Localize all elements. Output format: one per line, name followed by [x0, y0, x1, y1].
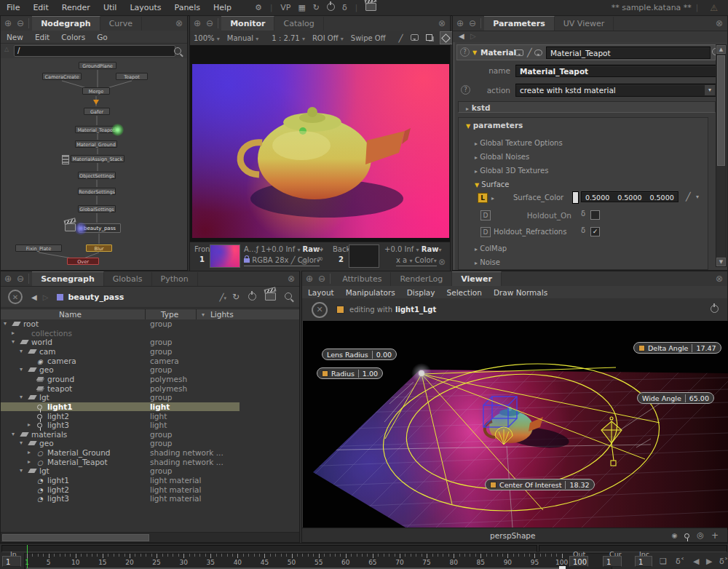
local-badge[interactable]: L: [478, 193, 488, 203]
expander-icon[interactable]: ▸: [12, 329, 15, 338]
vw-menu-manipulators[interactable]: Manipulators: [340, 288, 401, 297]
node-name-input[interactable]: Material_Teapot: [546, 47, 711, 59]
warning-triangle-icon[interactable]: ⚠: [703, 3, 728, 13]
holdout-refractions-checkbox[interactable]: ✓: [590, 227, 600, 236]
monitor-canvas[interactable]: [190, 45, 450, 242]
inc-field[interactable]: 1: [635, 556, 652, 567]
film-icon[interactable]: ▦: [294, 3, 309, 12]
pill-radius[interactable]: Radius1.00: [317, 367, 383, 379]
color-b-value[interactable]: 0.5000: [650, 192, 674, 202]
copy-frame-icon[interactable]: ❏: [660, 557, 667, 566]
pill-center-of-interest[interactable]: Center Of Interest18.32: [485, 479, 595, 490]
scenegraph-row-collections[interactable]: ▸collections: [1, 329, 299, 338]
frame-tick-label[interactable]: 60: [339, 559, 352, 566]
node-Merge[interactable]: Merge: [82, 87, 110, 95]
expander-icon[interactable]: ▾: [20, 347, 23, 357]
scenegraph-row-geo[interactable]: ▾geogroup: [1, 365, 299, 375]
default-badge[interactable]: D: [480, 210, 491, 220]
frame-tick-label[interactable]: 100: [555, 559, 569, 566]
menu-panels[interactable]: Panels: [168, 3, 207, 12]
ng-menu-colors[interactable]: Colors: [55, 33, 91, 41]
color-options-dropdown[interactable]: ▾: [696, 194, 699, 200]
sg-refresh-icon[interactable]: ↻: [226, 292, 245, 302]
back-channels[interactable]: x a ▾ Color▾: [396, 256, 437, 266]
scrollbar-thumb[interactable]: [717, 55, 725, 166]
pane-menu-icon[interactable]: ⊖: [465, 16, 478, 31]
look-through-icon[interactable]: ◎: [697, 530, 704, 540]
row-name[interactable]: light1: [47, 476, 69, 485]
row-name[interactable]: materials: [31, 430, 67, 439]
row-name[interactable]: geo: [39, 365, 54, 375]
scenegraph-row-geo[interactable]: ▾geogroup: [1, 439, 299, 448]
menu-render[interactable]: Render: [55, 3, 97, 12]
holdout-refractions-keyframe-icon[interactable]: δ: [581, 226, 585, 234]
menu-file[interactable]: File: [0, 3, 26, 12]
back-icon[interactable]: ◀: [28, 293, 40, 301]
pill-value[interactable]: 65.00: [685, 394, 709, 402]
node-beauty_pass[interactable]: beauty_pass: [79, 223, 121, 233]
next-key-icon[interactable]: δ˃: [719, 557, 728, 566]
frame-tick-label[interactable]: 15: [96, 559, 109, 566]
nodegraph-canvas[interactable]: GroundPlaneCameraCreateTeapotMergeGaferM…: [1, 58, 187, 270]
node-Gafer[interactable]: Gafer: [84, 108, 110, 115]
scenegraph-row-lgt[interactable]: ▾lgtgroup: [1, 393, 299, 402]
frame-tick-label[interactable]: 25: [150, 559, 163, 566]
expander-icon[interactable]: ▾: [20, 466, 23, 476]
vw-menu-display[interactable]: Display: [401, 288, 441, 297]
surface-color-values[interactable]: 0.5000 0.5000 0.5000: [581, 191, 678, 202]
scenegraph-row-light2[interactable]: light2light: [1, 412, 299, 421]
expander-icon[interactable]: ▾: [20, 439, 23, 448]
roi-dropdown[interactable]: ROI Off ▾: [309, 34, 347, 42]
scenegraph-hscrollbar[interactable]: [1, 532, 299, 542]
frame-tick-label[interactable]: 5: [42, 559, 55, 566]
ng-menu-new[interactable]: New: [1, 33, 29, 41]
expander-icon[interactable]: ▸: [28, 421, 31, 430]
sg-clapper-icon[interactable]: [259, 293, 282, 302]
vw-menu-draw-normals[interactable]: Draw Normals: [488, 288, 553, 297]
frame-tick-label[interactable]: 55: [312, 559, 325, 566]
scenegraph-row-lgt[interactable]: ▾lgtgroup: [1, 466, 299, 476]
node-ObjectSettings[interactable]: ObjectSettings: [78, 172, 116, 179]
column-lights[interactable]: Lights: [210, 310, 234, 319]
frame-tick-label[interactable]: 75: [420, 559, 433, 566]
pane-add-icon[interactable]: ⊕: [1, 16, 13, 31]
ng-menu-go[interactable]: Go: [91, 33, 114, 41]
row-name[interactable]: light2: [47, 485, 69, 495]
expander-icon[interactable]: ▸: [28, 448, 31, 458]
timeline-strip-left[interactable]: [1, 545, 537, 552]
history-forward-icon[interactable]: ▷: [470, 32, 476, 40]
menu-edit[interactable]: Edit: [26, 3, 55, 12]
back-thumbnail[interactable]: [349, 244, 379, 268]
close-icon[interactable]: ⊗: [434, 18, 450, 28]
scenegraph-row-root[interactable]: ▾rootgroup: [1, 319, 299, 329]
clear-working-node-icon[interactable]: ✕: [8, 290, 23, 304]
row-name[interactable]: ground: [47, 375, 74, 384]
power-icon[interactable]: [323, 3, 339, 13]
scenegraph-row-light3[interactable]: light3light material: [1, 494, 299, 504]
out-field[interactable]: 100: [569, 556, 588, 567]
row-name[interactable]: light2: [47, 412, 69, 421]
tab-nodegraph[interactable]: Nodegraph: [32, 16, 100, 31]
expander-icon[interactable]: ▾: [20, 393, 23, 402]
swipe-toggle[interactable]: Swipe Off: [347, 34, 389, 42]
frame-ruler[interactable]: 1510152025303540455055606570758085909510…: [24, 553, 612, 569]
working-node-label[interactable]: beauty_pass: [68, 293, 124, 302]
swap-views-icon[interactable]: ↔: [316, 244, 323, 254]
scroll-down-icon[interactable]: ▼: [716, 258, 726, 266]
scenegraph-row-materials[interactable]: ▾materialsgroup: [1, 430, 299, 439]
frame-tick-label[interactable]: 30: [177, 559, 190, 566]
frame-tick-label[interactable]: 1: [20, 559, 33, 566]
color-picker-pen-icon[interactable]: ╱: [686, 192, 691, 202]
frame-tick-label[interactable]: 90: [501, 559, 514, 566]
pane-add-icon[interactable]: ⊕: [190, 16, 202, 31]
row-name[interactable]: lgt: [39, 466, 50, 476]
tab-uv-viewer[interactable]: UV Viewer: [555, 17, 614, 31]
render-clapper-icon[interactable]: [362, 3, 380, 13]
link-views-icon[interactable]: ∞: [317, 254, 323, 263]
action-dropdown-arrow[interactable]: ▾: [704, 85, 715, 95]
pane-menu-icon[interactable]: ⊖: [13, 271, 25, 286]
sg-power-icon[interactable]: [245, 293, 259, 302]
node-Over[interactable]: Over: [67, 258, 99, 265]
expander-icon[interactable]: ▾: [12, 338, 15, 347]
node-Fixin_Plate[interactable]: Fixin_Plate: [15, 244, 62, 252]
